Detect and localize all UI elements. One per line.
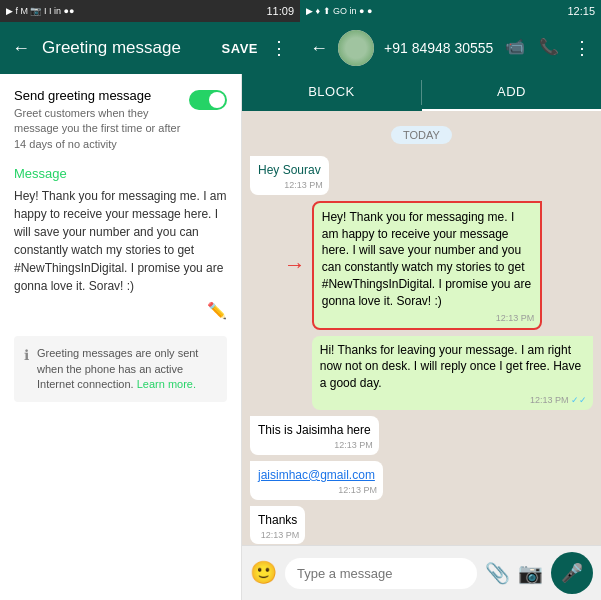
emoji-icon[interactable]: 🙂 <box>250 560 277 586</box>
info-text: Greeting messages are only sent when the… <box>37 346 217 392</box>
list-item: jaisimhac@gmail.com 12:13 PM <box>250 461 383 500</box>
today-badge: TODAY <box>391 126 452 144</box>
page-title: Greeting message <box>42 38 210 58</box>
back-arrow-icon[interactable]: ← <box>12 38 30 59</box>
block-add-bar: BLOCK ADD <box>242 74 601 111</box>
toggle-knob <box>209 92 225 108</box>
list-item: → Hey! Thank you for messaging me. I am … <box>312 201 593 330</box>
mic-button[interactable]: 🎤 <box>551 552 593 594</box>
left-status-time: 11:09 <box>266 5 294 17</box>
greeting-description: Greet customers when they message you th… <box>14 106 189 152</box>
attach-icon[interactable]: 📎 <box>485 561 510 585</box>
add-button[interactable]: ADD <box>422 74 601 111</box>
right-status-time: 12:15 <box>567 5 595 17</box>
message-input[interactable] <box>285 558 477 589</box>
learn-more-link[interactable]: Learn more. <box>137 378 196 390</box>
list-item: This is Jaisimha here 12:13 PM <box>250 416 379 455</box>
contact-avatar <box>338 30 374 66</box>
greeting-toggle[interactable] <box>189 90 227 110</box>
list-item: Hi! Thanks for leaving your message. I a… <box>312 336 593 410</box>
more-options-icon[interactable]: ⋮ <box>270 37 288 59</box>
greeting-heading: Send greeting message <box>14 88 189 103</box>
input-bar: 🙂 📎 📷 🎤 <box>242 545 601 600</box>
list-item: Hey Sourav 12:13 PM <box>250 156 329 195</box>
contact-name: +91 84948 30555 <box>384 40 495 56</box>
arrow-indicator-icon: → <box>284 252 306 278</box>
info-icon: ℹ <box>24 347 29 363</box>
msg-time: 12:13 PM ✓✓ <box>530 394 587 407</box>
msg-time: 12:13 PM <box>334 439 373 452</box>
edit-icon[interactable]: ✏️ <box>14 301 227 320</box>
list-item: Thanks 12:13 PM <box>250 506 305 545</box>
msg-time: 12:13 PM <box>496 312 535 325</box>
right-more-icon[interactable]: ⋮ <box>573 37 591 59</box>
message-label: Message <box>14 166 227 181</box>
info-box: ℹ Greeting messages are only sent when t… <box>14 336 227 402</box>
msg-time: 12:13 PM <box>261 529 300 542</box>
greeting-toggle-section: Send greeting message Greet customers wh… <box>14 88 189 152</box>
video-call-icon[interactable]: 📹 <box>505 37 525 59</box>
save-button[interactable]: SAVE <box>222 41 258 56</box>
msg-time: 12:13 PM <box>338 484 377 497</box>
left-status-icons: ▶ f M 📷 I I in ●● <box>6 6 74 16</box>
contact-info: +91 84948 30555 <box>384 40 495 56</box>
voice-call-icon[interactable]: 📞 <box>539 37 559 59</box>
message-body: Hey! Thank you for messaging me. I am ha… <box>14 187 227 295</box>
chat-area: TODAY Hey Sourav 12:13 PM → Hey! Thank y… <box>242 111 601 545</box>
msg-text: Hi! Thanks for leaving your message. I a… <box>320 343 581 391</box>
msg-text: jaisimhac@gmail.com <box>258 468 375 482</box>
today-label: TODAY <box>250 125 593 144</box>
msg-sender: Hey Sourav <box>258 162 321 179</box>
right-back-icon[interactable]: ← <box>310 38 328 59</box>
msg-text: This is Jaisimha here <box>258 423 371 437</box>
msg-text: Hey! Thank you for messaging me. I am ha… <box>322 210 531 308</box>
msg-text: Thanks <box>258 513 297 527</box>
block-button[interactable]: BLOCK <box>242 74 421 111</box>
msg-time: 12:13 PM <box>284 179 323 192</box>
right-status-icons: ▶ ♦ ⬆ GO in ● ● <box>306 6 372 16</box>
highlighted-message: Hey! Thank you for messaging me. I am ha… <box>312 201 543 330</box>
camera-icon[interactable]: 📷 <box>518 561 543 585</box>
